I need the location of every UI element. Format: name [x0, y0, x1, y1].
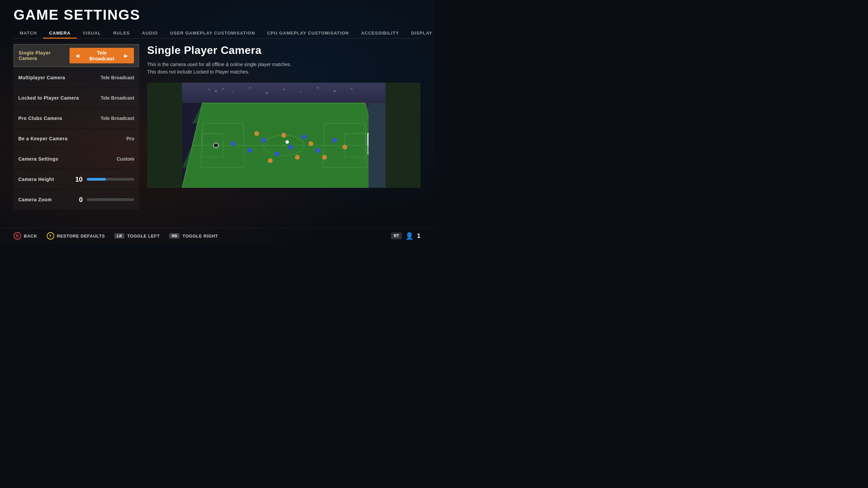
- svg-point-18: [288, 145, 293, 149]
- setting-camera-settings[interactable]: Camera Settings Custom: [14, 149, 139, 169]
- svg-point-23: [254, 131, 259, 136]
- info-title: Single Player Camera: [147, 44, 420, 57]
- field-preview-svg: [147, 83, 420, 188]
- be-a-keeper-camera-label: Be a Keeper Camera: [18, 136, 67, 141]
- page-title: GAME SETTINGS: [14, 7, 420, 23]
- footer: B Back Y Restore Defaults LB Toggle Left…: [0, 227, 434, 244]
- svg-point-22: [332, 138, 337, 143]
- tab-display-config[interactable]: DISPLAY CONFIGURATION: [405, 28, 434, 38]
- single-player-camera-prev-btn[interactable]: ◀: [75, 53, 80, 58]
- camera-preview: [147, 83, 420, 188]
- camera-height-slider-row: 10: [73, 176, 134, 183]
- svg-point-15: [248, 148, 252, 153]
- camera-height-track[interactable]: [87, 178, 134, 181]
- tab-visual[interactable]: VISUAL: [77, 28, 107, 38]
- tab-match[interactable]: MATCH: [14, 28, 43, 38]
- svg-point-31: [285, 140, 289, 144]
- setting-locked-to-player-camera[interactable]: Locked to Player Camera Tele Broadcast: [14, 88, 139, 108]
- pro-clubs-camera-label: Pro Clubs Camera: [18, 116, 62, 121]
- toggle-right-label: Toggle Right: [182, 233, 218, 239]
- svg-point-34: [215, 90, 217, 92]
- svg-point-42: [334, 90, 336, 92]
- pro-clubs-camera-value: Tele Broadcast: [101, 116, 134, 121]
- player-icon: 👤: [405, 232, 414, 240]
- svg-point-36: [232, 91, 234, 93]
- svg-point-35: [222, 88, 224, 90]
- svg-point-43: [351, 88, 353, 90]
- single-player-camera-value: Tele Broadcast: [84, 50, 119, 61]
- svg-point-16: [261, 138, 266, 143]
- locked-to-player-camera-value: Tele Broadcast: [101, 95, 134, 101]
- toggle-left-label: Toggle Left: [127, 233, 160, 239]
- svg-point-40: [300, 91, 302, 93]
- setting-pro-clubs-camera[interactable]: Pro Clubs Camera Tele Broadcast: [14, 108, 139, 128]
- rb-button-icon: RB: [169, 233, 180, 239]
- tab-camera[interactable]: CAMERA: [43, 28, 77, 38]
- tab-cpu-gameplay[interactable]: CPU GAMEPLAY CUSTOMISATION: [261, 28, 355, 38]
- svg-point-33: [208, 88, 210, 90]
- svg-marker-14: [182, 145, 386, 167]
- settings-list: Single Player Camera ◀ Tele Broadcast ▶ …: [14, 44, 139, 222]
- svg-point-19: [302, 135, 307, 139]
- svg-point-39: [283, 88, 285, 90]
- tab-audio[interactable]: AUDIO: [136, 28, 164, 38]
- setting-camera-zoom[interactable]: Camera Zoom 0: [14, 190, 139, 209]
- multiplayer-camera-value: Tele Broadcast: [101, 75, 134, 80]
- svg-rect-32: [182, 83, 386, 101]
- multiplayer-camera-label: Multiplayer Camera: [18, 75, 65, 80]
- restore-defaults-label: Restore Defaults: [57, 233, 105, 239]
- svg-point-29: [342, 145, 347, 149]
- tab-accessibility[interactable]: ACCESSIBILITY: [355, 28, 405, 38]
- svg-point-30: [214, 143, 218, 148]
- player-count: 1: [417, 232, 420, 240]
- svg-point-17: [275, 151, 279, 156]
- svg-point-24: [268, 158, 273, 163]
- setting-single-player-camera[interactable]: Single Player Camera ◀ Tele Broadcast ▶: [14, 44, 139, 67]
- svg-point-26: [295, 155, 300, 160]
- back-control: B Back: [14, 232, 37, 240]
- camera-settings-value: Custom: [117, 156, 134, 162]
- setting-camera-height[interactable]: Camera Height 10: [14, 169, 139, 189]
- svg-point-25: [281, 133, 286, 138]
- footer-controls: B Back Y Restore Defaults LB Toggle Left…: [14, 232, 218, 240]
- camera-settings-label: Camera Settings: [18, 156, 58, 162]
- svg-point-38: [266, 92, 268, 94]
- svg-point-41: [317, 87, 319, 89]
- tab-user-gameplay[interactable]: USER GAMEPLAY CUSTOMISATION: [164, 28, 261, 38]
- rt-badge: RT: [391, 232, 402, 239]
- info-description: This is the camera used for all offline …: [147, 61, 420, 76]
- restore-defaults-control: Y Restore Defaults: [47, 232, 105, 240]
- svg-point-37: [249, 87, 251, 89]
- setting-be-a-keeper-camera[interactable]: Be a Keeper Camera Pro: [14, 129, 139, 148]
- setting-multiplayer-camera[interactable]: Multiplayer Camera Tele Broadcast: [14, 68, 139, 87]
- footer-right: RT 👤 1: [391, 232, 420, 240]
- single-player-camera-next-btn[interactable]: ▶: [123, 53, 129, 58]
- be-a-keeper-camera-value: Pro: [126, 136, 134, 141]
- lb-button-icon: LB: [114, 233, 124, 239]
- main-content: Single Player Camera ◀ Tele Broadcast ▶ …: [0, 39, 434, 227]
- camera-zoom-slider-row: 0: [73, 196, 134, 204]
- svg-marker-13: [192, 103, 375, 123]
- camera-height-label: Camera Height: [18, 177, 54, 182]
- game-settings-page: GAME SETTINGS MATCH CAMERA VISUAL RULES …: [0, 0, 434, 244]
- svg-point-20: [315, 148, 320, 153]
- back-label: Back: [24, 233, 37, 239]
- svg-point-28: [322, 155, 327, 160]
- svg-point-21: [231, 141, 235, 146]
- header: GAME SETTINGS MATCH CAMERA VISUAL RULES …: [0, 0, 434, 39]
- nav-tabs: MATCH CAMERA VISUAL RULES AUDIO USER GAM…: [14, 28, 420, 39]
- toggle-right-control: RB Toggle Right: [169, 233, 218, 239]
- camera-height-fill: [87, 178, 106, 181]
- camera-zoom-label: Camera Zoom: [18, 197, 52, 202]
- single-player-camera-value-box: ◀ Tele Broadcast ▶: [70, 48, 134, 63]
- svg-rect-44: [369, 103, 386, 188]
- single-player-camera-label: Single Player Camera: [19, 50, 70, 61]
- tab-rules[interactable]: RULES: [107, 28, 136, 38]
- right-panel: Single Player Camera This is the camera …: [147, 44, 420, 222]
- svg-point-27: [309, 141, 313, 146]
- camera-zoom-track[interactable]: [87, 198, 134, 201]
- camera-zoom-value: 0: [73, 196, 83, 204]
- camera-height-value: 10: [73, 176, 83, 183]
- toggle-left-control: LB Toggle Left: [114, 233, 160, 239]
- locked-to-player-camera-label: Locked to Player Camera: [18, 95, 79, 101]
